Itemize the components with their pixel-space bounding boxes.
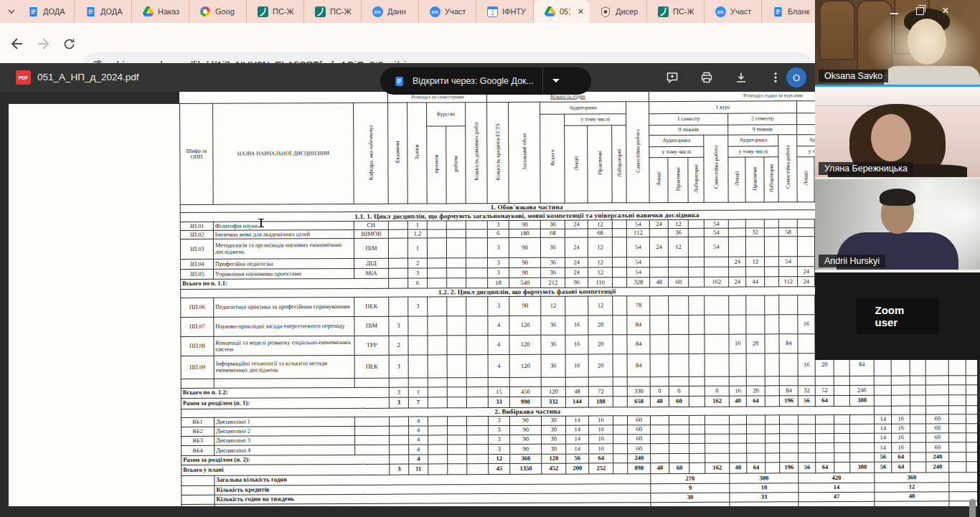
vertical-scrollbar[interactable] <box>969 499 976 517</box>
tab[interactable]: ПС-Ж <box>247 0 304 23</box>
svg-text:1: 1 <box>491 9 494 16</box>
back-icon[interactable] <box>9 35 26 52</box>
screen: ДОДАДОДАНаказGoogПС-ЖПС-ЖzmДаннzmУчаст1І… <box>0 0 980 517</box>
tab[interactable]: Наказ <box>132 0 189 23</box>
tab-label: Участ <box>730 7 751 16</box>
participant-video[interactable]: Zoom user <box>815 272 980 360</box>
drive-icon <box>544 6 555 17</box>
tab[interactable]: ДОДА <box>75 0 132 23</box>
docs-icon <box>772 6 783 17</box>
participant-name-label: Уляна Бережницька <box>819 162 913 175</box>
calendar-icon: 1 <box>486 6 498 17</box>
tab[interactable]: zmУчаст <box>705 0 762 23</box>
docs-icon <box>393 75 405 87</box>
tab-label: Наказ <box>158 7 179 16</box>
tab-label: Бланк <box>788 7 810 16</box>
crest-icon <box>600 6 611 17</box>
active-speaker-bar <box>815 85 980 87</box>
docs-icon <box>27 6 39 17</box>
tab-label: ПС-Ж <box>330 7 352 16</box>
tab-active[interactable]: 051_А_НП_д_2024.pdf✕ <box>534 0 590 23</box>
participant-video[interactable]: Andrii Hurskyi <box>815 179 980 270</box>
text-cursor <box>258 219 264 227</box>
docs-icon <box>85 6 96 17</box>
journal-icon <box>257 6 268 17</box>
hair <box>880 189 915 206</box>
tab-label: ПС-Ж <box>673 7 694 16</box>
tab[interactable]: 1ІФНТУ <box>476 0 534 23</box>
download-icon[interactable] <box>724 63 758 92</box>
participant-video[interactable]: Уляна Бережницька <box>815 87 980 177</box>
window-edge <box>977 425 980 517</box>
open-with-button[interactable]: Відкрити через: Google Док... <box>380 67 591 95</box>
print-icon[interactable] <box>689 63 724 92</box>
file-name: 051_А_НП_д_2024.pdf <box>37 72 138 82</box>
pdf-file-icon: PDF <box>16 70 31 85</box>
close-button[interactable]: × <box>940 5 951 16</box>
window-controls: × <box>888 3 977 19</box>
tab-strip: ДОДАДОДАНаказGoogПС-ЖПС-ЖzmДаннzmУчаст1І… <box>17 0 819 23</box>
tab[interactable]: ПС-Ж <box>647 0 705 23</box>
add-comment-icon[interactable] <box>655 63 689 92</box>
scan-edge <box>9 92 179 104</box>
tab-label: ДОДА <box>43 7 65 16</box>
zoom-icon: zm <box>715 6 726 17</box>
tab[interactable]: Goog <box>189 0 247 23</box>
tab-label: 051_А_НП_д_2024.pdf <box>560 7 570 16</box>
drive-icon <box>142 6 154 17</box>
google-icon <box>199 6 211 17</box>
tab-label: ПС-Ж <box>273 7 294 16</box>
participant-name-label: Zoom user <box>857 298 939 334</box>
tab-label: ІФНТУ <box>502 7 526 16</box>
minimize-button[interactable] <box>888 5 900 16</box>
zoom-meeting-window[interactable]: Oksana SavkoУляна БережницькаAndrii Hurs… <box>815 0 980 360</box>
tab[interactable]: Бланк <box>762 0 819 23</box>
tab[interactable]: Дисер <box>590 0 647 23</box>
participant-name-label: Andrii Hurskyi <box>819 255 885 267</box>
face <box>908 19 946 65</box>
chevron-down-icon[interactable] <box>543 79 569 83</box>
reload-icon[interactable] <box>60 35 77 52</box>
tab-label: Goog <box>215 7 235 16</box>
participant-name-label: Oksana Savko <box>819 70 888 82</box>
tab[interactable]: zmУчаст <box>419 0 476 23</box>
toolbar-actions <box>655 63 793 92</box>
tab[interactable]: zmДанн <box>362 0 419 23</box>
open-with-label: Відкрити через: Google Док... <box>413 76 534 86</box>
tab[interactable]: ПС-Ж <box>304 0 362 23</box>
tab-label: Данн <box>387 7 406 16</box>
account-avatar[interactable]: O <box>786 67 806 87</box>
tab-label: Участ <box>445 7 466 16</box>
zoom-icon: zm <box>429 6 440 17</box>
restore-button[interactable] <box>914 5 925 16</box>
close-tab-icon[interactable]: ✕ <box>576 7 585 16</box>
journal-icon <box>314 6 326 17</box>
zoom-icon: zm <box>372 6 383 17</box>
tab-search-chevron-icon[interactable] <box>6 6 17 17</box>
journal-icon <box>657 6 669 17</box>
tab-label: Дисер <box>616 7 638 16</box>
tab[interactable]: ДОДА <box>17 0 75 23</box>
face <box>871 114 911 161</box>
tab-label: ДОДА <box>100 7 123 16</box>
forward-icon[interactable] <box>34 35 52 52</box>
